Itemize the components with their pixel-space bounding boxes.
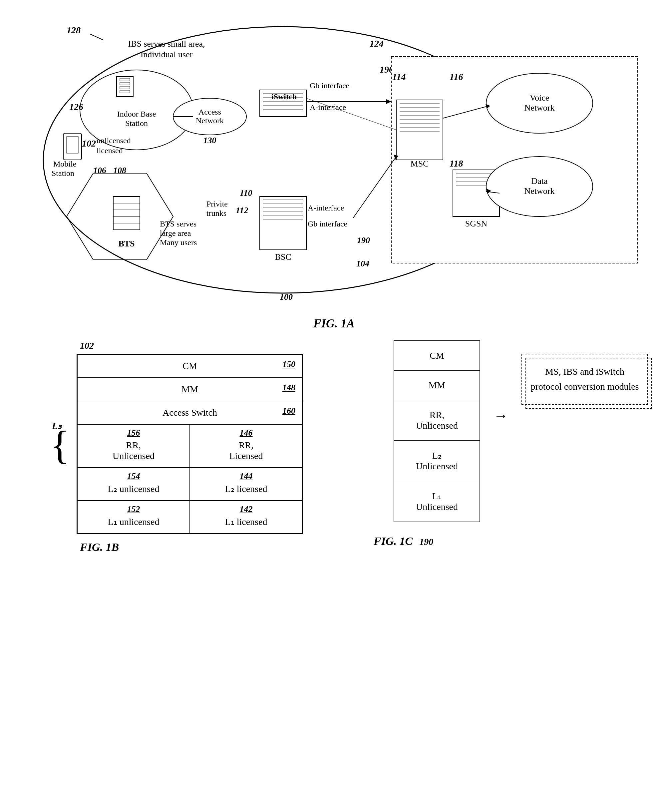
figs-bc-row: 102 L₃ { CM 150 MM — [20, 341, 648, 553]
l1-licensed-ref: 142 — [240, 504, 253, 514]
fig1a-caption: FIG. 1A — [20, 316, 648, 331]
fig1c-dashed-box: MS, IBS and iSwitch protocol conversion … — [521, 354, 648, 405]
ref-104: 104 — [356, 259, 369, 269]
fig1b-cell-l2-unlicensed: 154 L₂ unlicensed — [78, 468, 190, 501]
cm-ref: 150 — [282, 359, 296, 369]
svg-line-55 — [306, 98, 396, 130]
fig1b-row-rr: 156 RR,Unlicensed 146 RR,Licensed — [78, 424, 302, 468]
l3-brace: { — [50, 431, 70, 459]
fig1b-cell-rr-licensed: 146 RR,Licensed — [190, 424, 302, 468]
ref-114: 114 — [392, 72, 406, 82]
ref-190-bot: 190 — [357, 236, 370, 245]
fig1c-cell-mm: MM — [394, 371, 479, 400]
access-switch-ref: 160 — [282, 406, 296, 416]
private-trunks-label: Privite — [207, 199, 228, 208]
fig1c-cell-l2-unlicensed: L₂Unlicensed — [394, 441, 479, 481]
mobile-station-label2: Station — [52, 169, 74, 177]
sgsn-label: SGSN — [465, 219, 488, 229]
l1-unlicensed-ref: 152 — [127, 504, 140, 514]
fig1c-caption: FIG. 1C — [374, 535, 412, 548]
ibs-serves-text: IBS serves small area, — [128, 39, 205, 48]
l1-unlicensed-label: L₁ unlicensed — [108, 516, 160, 527]
fig1b-caption: FIG. 1B — [80, 541, 119, 553]
svg-marker-16 — [386, 99, 391, 104]
msc-label: MSC — [411, 159, 429, 169]
l1-licensed-label: L₁ licensed — [225, 516, 267, 527]
fig1c-mm-label: MM — [429, 380, 445, 391]
svg-rect-7 — [120, 90, 130, 93]
fig1b-wrapper: 102 L₃ { CM 150 MM — [40, 341, 303, 553]
a-interface-bot: A-interface — [308, 204, 344, 212]
ref-100: 100 — [280, 292, 293, 302]
ref-110: 110 — [240, 188, 252, 198]
svg-rect-39 — [67, 137, 78, 153]
rr-unlicensed-ref: 156 — [127, 428, 140, 438]
iswitch-label: iSwitch — [271, 92, 297, 101]
fig1c-caption-row: FIG. 1C 190 — [374, 529, 433, 548]
indoor-base-station-label2: Station — [125, 119, 148, 127]
fig1b-cell-l1-licensed: 142 L₁ licensed — [190, 501, 302, 533]
fig1b-ref-102: 102 — [80, 341, 94, 351]
fig1b-row-cm: CM 150 — [78, 355, 302, 378]
fig1b-cell-rr-unlicensed: 156 RR,Unlicensed — [78, 424, 190, 468]
svg-line-52 — [353, 157, 396, 218]
fig1c-l1-unlicensed-label: L₁Unlicensed — [416, 491, 458, 512]
mm-ref: 148 — [282, 383, 296, 393]
svg-rect-18 — [396, 100, 443, 160]
data-network-label: Data — [531, 176, 548, 186]
fig1c-dashed-box-text: MS, IBS and iSwitch protocol conversion … — [531, 366, 639, 392]
bsc-label: BSC — [275, 252, 291, 262]
fig1b-row-l1: 152 L₁ unlicensed 142 L₁ licensed — [78, 501, 302, 533]
fig1c-arrow: → — [494, 407, 508, 424]
l2-licensed-label: L₂ licensed — [225, 483, 267, 494]
svg-line-1 — [90, 34, 103, 40]
l2-unlicensed-ref: 154 — [127, 471, 140, 481]
ibs-individual-text: Individual user — [140, 50, 193, 59]
fig1a-diagram: 128 IBS serves small area, Individual us… — [20, 13, 646, 313]
access-network-label2: Network — [196, 116, 224, 125]
bts-serves-label: BTS serves — [160, 219, 197, 228]
mm-label: MM — [182, 384, 198, 395]
fig1c-cell-cm: CM — [394, 341, 479, 371]
rr-licensed-ref: 146 — [240, 428, 253, 438]
private-trunks-label2: trunks — [207, 209, 226, 217]
l2-unlicensed-label: L₂ unlicensed — [108, 483, 160, 494]
fig1b-row-mm: MM 148 — [78, 378, 302, 401]
ref-108: 108 — [113, 165, 126, 175]
fig1b-row-access-switch: Access Switch 160 — [78, 401, 302, 424]
cm-label: CM — [182, 361, 197, 371]
ref-106: 106 — [93, 165, 106, 175]
voice-network-label2: Network — [524, 103, 555, 113]
fig1c-ref-190: 190 — [419, 536, 433, 547]
svg-rect-4 — [120, 78, 130, 81]
voice-network-label: Voice — [530, 93, 549, 103]
bts-label: BTS — [118, 239, 135, 249]
ref-126: 126 — [69, 102, 83, 112]
gb-interface-bot: Gb interface — [308, 219, 347, 228]
fig1b-cell-mm: MM 148 — [78, 378, 302, 401]
fig1b-cell-l1-unlicensed: 152 L₁ unlicensed — [78, 501, 190, 533]
fig1c-cm-label: CM — [429, 350, 444, 361]
unlicensed-label: unlicensed — [97, 136, 131, 145]
svg-rect-38 — [63, 133, 82, 160]
rr-unlicensed-label: RR,Unlicensed — [113, 440, 155, 461]
access-network-label: Access — [199, 108, 221, 116]
fig1c-container: CM MM RR,Unlicensed L₂Unlicensed L₁Unlic… — [374, 341, 648, 548]
fig1c-cell-rr-unlicensed: RR,Unlicensed — [394, 400, 479, 441]
data-network-label2: Network — [524, 186, 555, 196]
arrow-icon: → — [494, 407, 508, 424]
fig1c-rr-unlicensed-label: RR,Unlicensed — [416, 410, 458, 431]
fig1b-cell-access-switch: Access Switch 160 — [78, 401, 302, 424]
ref-124: 124 — [370, 38, 384, 48]
fig1b-cell-cm: CM 150 — [78, 355, 302, 378]
rr-licensed-label: RR,Licensed — [229, 440, 263, 461]
fig1b-table: CM 150 MM 148 Access Switch 160 — [77, 354, 303, 534]
licensed-label: licensed — [97, 146, 123, 155]
ref-118: 118 — [449, 158, 463, 169]
ref-130: 130 — [204, 135, 217, 145]
bts-many-users-label: Many users — [160, 238, 197, 247]
indoor-base-station-label: Indoor Base — [117, 110, 156, 118]
l2-licensed-ref: 144 — [240, 471, 253, 481]
svg-rect-5 — [120, 82, 130, 85]
ref-116: 116 — [449, 72, 463, 82]
